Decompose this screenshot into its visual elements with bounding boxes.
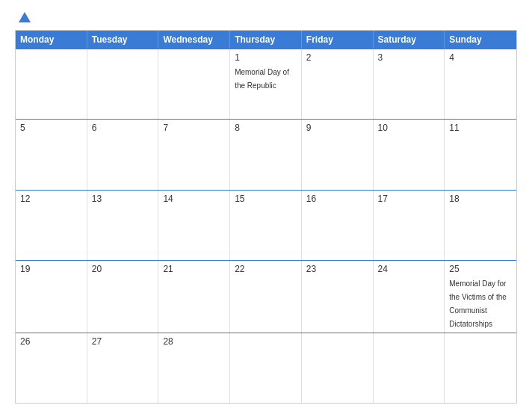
day-number: 24	[378, 264, 440, 274]
day-number: 19	[20, 264, 82, 274]
day-number: 4	[449, 52, 512, 63]
cal-cell	[158, 49, 230, 119]
day-number: 14	[163, 194, 225, 204]
cal-cell: 9	[302, 120, 374, 189]
cal-cell: 26	[16, 333, 87, 403]
cal-cell	[445, 333, 516, 403]
day-number: 2	[306, 52, 368, 63]
day-number: 17	[378, 194, 440, 204]
day-header-tuesday: Tuesday	[87, 31, 159, 49]
cal-cell	[230, 333, 302, 403]
day-number: 25	[449, 264, 512, 274]
cal-cell: 25Memorial Day for the Victims of the Co…	[445, 261, 516, 333]
cal-cell: 24	[374, 261, 445, 333]
cal-cell: 15	[230, 191, 302, 260]
day-header-friday: Friday	[302, 31, 374, 49]
day-header-wednesday: Wednesday	[158, 31, 230, 49]
cal-cell: 14	[158, 191, 230, 260]
day-number: 12	[20, 194, 82, 204]
week-row-2: 567891011	[16, 119, 516, 189]
cal-cell: 11	[445, 120, 516, 189]
cal-cell: 6	[87, 120, 159, 189]
day-number: 3	[378, 52, 440, 63]
cal-cell: 19	[16, 261, 87, 333]
cal-cell: 23	[302, 261, 374, 333]
cal-cell: 20	[87, 261, 159, 333]
cal-cell	[374, 333, 445, 403]
week-row-1: 1Memorial Day of the Republic234	[16, 49, 516, 119]
day-number: 1	[235, 52, 297, 63]
week-row-5: 262728	[16, 333, 516, 403]
cal-cell	[302, 333, 374, 403]
logo	[15, 12, 31, 24]
day-header-saturday: Saturday	[374, 31, 445, 49]
day-header-monday: Monday	[16, 31, 87, 49]
day-number: 20	[92, 264, 154, 274]
day-number: 27	[92, 336, 154, 347]
calendar-grid: MondayTuesdayWednesdayThursdayFridaySatu…	[15, 30, 517, 404]
cal-cell: 27	[87, 333, 159, 403]
day-number: 16	[306, 194, 368, 204]
day-number: 9	[306, 123, 368, 133]
cal-cell: 22	[230, 261, 302, 333]
header	[15, 12, 517, 24]
calendar-event: Memorial Day for the Victims of the Comm…	[449, 279, 507, 328]
day-number: 11	[449, 123, 512, 133]
day-number: 15	[235, 194, 297, 204]
cal-cell: 3	[374, 49, 445, 119]
cal-cell: 7	[158, 120, 230, 189]
day-header-sunday: Sunday	[445, 31, 516, 49]
calendar-header-row: MondayTuesdayWednesdayThursdayFridaySatu…	[16, 31, 516, 49]
calendar-body: 1Memorial Day of the Republic23456789101…	[16, 49, 516, 403]
logo-triangle-icon	[19, 12, 31, 22]
cal-cell: 2	[302, 49, 374, 119]
calendar-page: MondayTuesdayWednesdayThursdayFridaySatu…	[0, 0, 532, 411]
day-number: 8	[235, 123, 297, 133]
week-row-3: 12131415161718	[16, 190, 516, 260]
cal-cell: 5	[16, 120, 87, 189]
day-header-thursday: Thursday	[230, 31, 302, 49]
cal-cell: 4	[445, 49, 516, 119]
day-number: 5	[20, 123, 82, 133]
day-number: 22	[235, 264, 297, 274]
cal-cell: 13	[87, 191, 159, 260]
cal-cell: 8	[230, 120, 302, 189]
cal-cell: 10	[374, 120, 445, 189]
cal-cell: 21	[158, 261, 230, 333]
day-number: 18	[449, 194, 512, 204]
day-number: 7	[163, 123, 225, 133]
day-number: 6	[92, 123, 154, 133]
cal-cell: 18	[445, 191, 516, 260]
day-number: 10	[378, 123, 440, 133]
cal-cell: 28	[158, 333, 230, 403]
cal-cell: 16	[302, 191, 374, 260]
cal-cell: 17	[374, 191, 445, 260]
cal-cell: 12	[16, 191, 87, 260]
cal-cell	[16, 49, 87, 119]
day-number: 13	[92, 194, 154, 204]
day-number: 26	[20, 336, 82, 347]
cal-cell	[87, 49, 159, 119]
cal-cell: 1Memorial Day of the Republic	[230, 49, 302, 119]
calendar-event: Memorial Day of the Republic	[235, 68, 289, 90]
day-number: 21	[163, 264, 225, 274]
week-row-4: 19202122232425Memorial Day for the Victi…	[16, 260, 516, 333]
day-number: 23	[306, 264, 368, 274]
day-number: 28	[163, 336, 225, 347]
